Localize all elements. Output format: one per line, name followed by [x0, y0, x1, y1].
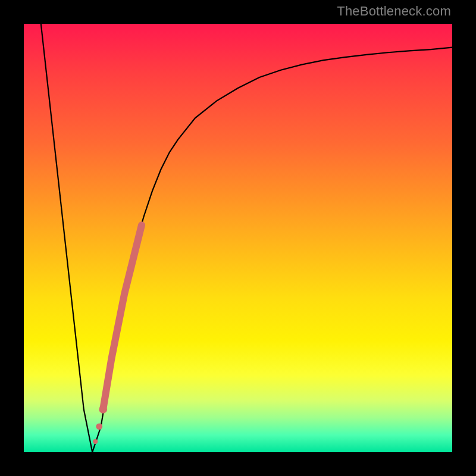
main-curve-line	[41, 24, 452, 452]
chart-svg	[24, 24, 452, 452]
highlight-dot	[99, 405, 107, 414]
highlight-segment-line	[103, 225, 142, 409]
highlight-dots-group	[93, 405, 107, 444]
chart-frame: TheBottleneck.com	[0, 0, 476, 476]
plot-area	[24, 24, 452, 452]
highlight-dot	[96, 423, 102, 430]
highlight-dot	[93, 439, 98, 444]
watermark-text: TheBottleneck.com	[337, 4, 451, 19]
